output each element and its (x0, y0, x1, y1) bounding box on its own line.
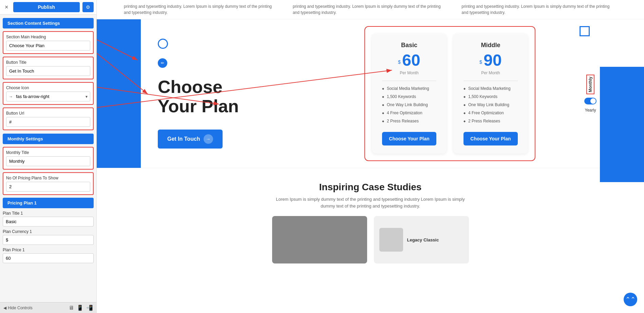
left-arrow-icon: ◀ (3, 306, 6, 310)
arrow-prefix-icon: → (9, 94, 13, 99)
plan-price-1-group: Plan Price 1 (3, 248, 94, 263)
blue-circle-top (158, 39, 168, 49)
pricing-card-middle: Middle $ 90 Per Month Social Media Marke… (453, 34, 528, 154)
icon-select[interactable]: fas fa-arrow-right (6, 92, 90, 101)
plan-currency-basic: $ (398, 59, 401, 65)
no-pricing-plans-input[interactable] (6, 182, 90, 192)
text-card-1: printing and typesetting industry. Lorem… (117, 0, 286, 19)
plan-price-middle: $ 90 (463, 52, 518, 69)
button-title-label: Button Title (6, 60, 90, 65)
top-cards-section: printing and typesetting industry. Lorem… (97, 0, 644, 19)
hero-content: ✏ ChooseYour Plan Get In Touch → (141, 19, 256, 168)
plan-price-1-input[interactable] (3, 253, 94, 263)
plan-name-basic: Basic (382, 42, 436, 49)
main-content: printing and typesetting industry. Lorem… (97, 0, 644, 313)
plan-features-middle: Social Media Marketing 1,500 Keywords On… (463, 84, 518, 125)
monthly-yearly-toggle[interactable] (584, 98, 596, 104)
section-main-heading-label: Section Main Heading (6, 35, 90, 39)
choose-plan-button-basic[interactable]: Choose Your Plan (382, 132, 436, 145)
feature-m-4: 4 Free Optimization (463, 109, 518, 117)
get-in-touch-button[interactable]: Get In Touch → (158, 130, 223, 149)
panel-content: Section Content Settings Section Main He… (0, 15, 96, 302)
no-pricing-plans-label: No Of Pricing Plans To Show (6, 176, 90, 180)
button-url-label: Button Url (6, 111, 90, 116)
section-main-heading-input[interactable] (6, 41, 90, 51)
plan-price-basic: $ 60 (382, 52, 436, 69)
blue-bar (97, 19, 141, 168)
feature-m-5: 2 Press Releases (463, 117, 518, 125)
close-button[interactable]: × (3, 3, 11, 12)
feature-m-2: 1,500 Keywords (463, 93, 518, 101)
tablet-icon[interactable]: 📱 (77, 305, 83, 311)
case-studies-section: Inspiring Case Studies Lorem Ipsum is si… (97, 168, 644, 270)
preview-area: printing and typesetting industry. Lorem… (97, 0, 644, 313)
hide-controls-button[interactable]: ◀ Hide Controls (3, 306, 33, 310)
publish-label: Publish (38, 4, 55, 10)
monthly-title-input[interactable] (6, 156, 90, 166)
plan-period-middle: Per Month (463, 71, 518, 75)
plan-amount-middle: 90 (484, 51, 501, 69)
plan-name-middle: Middle (463, 42, 518, 49)
choose-plan-button-middle[interactable]: Choose Your Plan (463, 132, 518, 145)
plan-title-1-group: Plan Title 1 (3, 211, 94, 227)
text-card-2-content: printing and typesetting industry. Lorem… (293, 4, 441, 15)
plan-title-1-label: Plan Title 1 (3, 211, 94, 216)
plan-price-1-label: Plan Price 1 (3, 248, 94, 252)
monthly-label-vertical: Monthly (586, 75, 594, 94)
plan-divider-middle (463, 81, 518, 81)
case-studies-cards: Legacy Classic (103, 216, 637, 263)
get-in-touch-label: Get In Touch (167, 136, 200, 142)
left-panel: × Publish ⚙ Section Content Settings Sec… (0, 0, 97, 313)
toggle-section: Monthly Yearly (584, 75, 596, 113)
text-card-3: printing and typesetting industry. Lorem… (455, 0, 624, 19)
plan-currency-1-input[interactable] (3, 235, 94, 245)
button-url-input[interactable] (6, 117, 90, 127)
edit-pencil-button[interactable]: ✏ (158, 58, 167, 68)
scroll-up-fab[interactable]: ⌃⌃ (624, 293, 637, 306)
plan-features-basic: Social Media Marketing 1,500 Keywords On… (382, 84, 436, 125)
hide-controls-label: Hide Controls (8, 306, 33, 310)
section-main-heading-group: Section Main Heading (3, 31, 94, 54)
yearly-label: Yearly (585, 108, 596, 113)
button-url-group: Button Url (3, 107, 94, 130)
bottom-bar: ◀ Hide Controls 🖥 📱 📲 (0, 302, 96, 313)
mobile-icon[interactable]: 📲 (86, 305, 93, 311)
pricing-plan-1-button[interactable]: Pricing Plan 1 (3, 198, 94, 208)
hero-heading: ChooseYour Plan (158, 77, 239, 116)
blue-circle-right (580, 26, 590, 36)
pricing-cards-container: Basic $ 60 Per Month Social Media Market… (364, 26, 535, 161)
pricing-hero-section: ✏ ChooseYour Plan Get In Touch → Basic (97, 19, 644, 168)
text-card-2: printing and typesetting industry. Lorem… (286, 0, 455, 19)
plan-currency-1-group: Plan Currency 1 (3, 229, 94, 245)
case-studies-title: Inspiring Case Studies (103, 182, 637, 193)
case-card-image (272, 216, 367, 263)
feature-1: Social Media Marketing (382, 84, 436, 93)
device-icons: 🖥 📱 📲 (69, 305, 93, 311)
text-card-3-content: printing and typesetting industry. Lorem… (461, 4, 609, 15)
plan-currency-1-label: Plan Currency 1 (3, 229, 94, 234)
text-card-1-content: printing and typesetting industry. Lorem… (124, 4, 272, 15)
monthly-settings-button[interactable]: Monthly Settings (3, 134, 94, 144)
no-pricing-plans-group: No Of Pricing Plans To Show (3, 172, 94, 195)
choose-icon-label: Choose Icon (6, 85, 90, 90)
button-title-input[interactable] (6, 66, 90, 76)
top-bar: × Publish ⚙ (0, 0, 96, 15)
icon-select-wrapper: → fas fa-arrow-right ▾ (6, 92, 90, 101)
desktop-icon[interactable]: 🖥 (69, 305, 74, 311)
feature-5: 2 Press Releases (382, 117, 436, 125)
publish-button[interactable]: Publish (13, 2, 80, 12)
toggle-slider (584, 98, 596, 104)
case-card-thumb (379, 228, 403, 252)
settings-gear-button[interactable]: ⚙ (82, 2, 94, 12)
plan-amount-basic: 60 (402, 51, 420, 69)
pricing-card-basic: Basic $ 60 Per Month Social Media Market… (372, 34, 447, 154)
feature-3: One Way Link Building (382, 101, 436, 109)
feature-2: 1,500 Keywords (382, 93, 436, 101)
feature-m-3: One Way Link Building (463, 101, 518, 109)
right-blue-bar (600, 67, 644, 182)
plan-title-1-input[interactable] (3, 217, 94, 227)
section-content-settings-button[interactable]: Section Content Settings (3, 18, 94, 28)
plan-divider-basic (382, 81, 436, 81)
case-card-title: Legacy Classic (407, 237, 439, 242)
button-title-group: Button Title (3, 57, 94, 79)
